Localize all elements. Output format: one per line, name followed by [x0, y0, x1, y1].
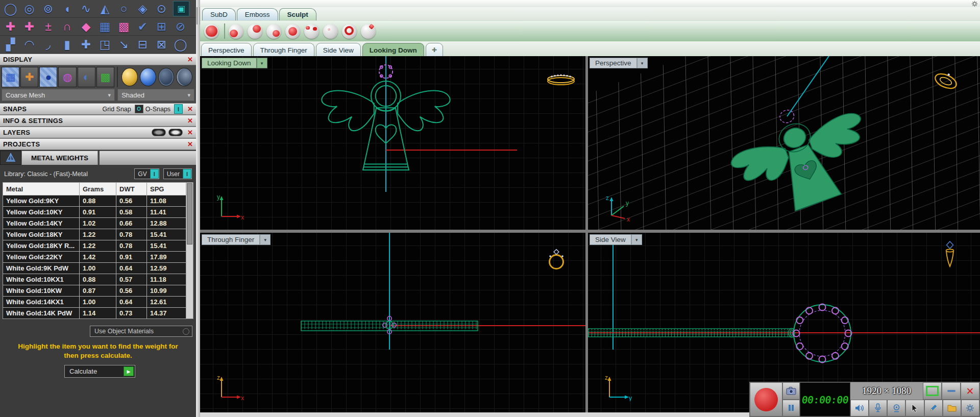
- layers-close-icon[interactable]: ✕: [187, 129, 193, 136]
- material-pattern-icon[interactable]: ▩: [114, 18, 133, 35]
- smooth-brush-tool[interactable]: [266, 24, 281, 39]
- close-button[interactable]: ✕: [961, 382, 979, 400]
- settings-button[interactable]: [961, 400, 979, 417]
- folder-button[interactable]: [943, 400, 961, 417]
- apply-check-icon[interactable]: ✔: [133, 18, 152, 35]
- rotate-tool-icon[interactable]: ◳: [95, 36, 114, 53]
- add-object-icon[interactable]: ✚: [20, 18, 39, 35]
- tab-subd[interactable]: SubD: [202, 8, 236, 20]
- viewport-looking-down[interactable]: Looking Down ▾: [200, 56, 585, 230]
- metal-weights-tab[interactable]: METAL WEIGHTS: [21, 151, 98, 165]
- rendered-view-button[interactable]: ◐: [78, 67, 95, 87]
- tab-through-finger[interactable]: Through Finger: [253, 43, 314, 57]
- minimize-button[interactable]: [942, 382, 961, 400]
- arc-tool-icon[interactable]: ◠: [20, 36, 39, 53]
- band-ring-tool-icon[interactable]: ◖: [58, 1, 77, 17]
- use-object-materials-button[interactable]: Use Object Materials: [90, 326, 192, 337]
- sculpt-main-tool[interactable]: [204, 24, 219, 39]
- shaded-sphere-button[interactable]: ●: [39, 67, 57, 87]
- joint-display-button[interactable]: ✚: [20, 67, 38, 87]
- table-scrollbar[interactable]: [186, 182, 193, 319]
- table-row[interactable]: Yellow Gold:18KY R... 1.22 0.78 15.41: [3, 240, 186, 251]
- info-settings-close-icon[interactable]: ✕: [187, 117, 193, 124]
- viewport-label-perspective[interactable]: Perspective ▾: [590, 58, 648, 68]
- pause-button[interactable]: [782, 400, 800, 417]
- disable-icon[interactable]: ⊘: [171, 18, 190, 35]
- gold-material-button[interactable]: [121, 68, 138, 86]
- ring-view-gizmo[interactable]: [931, 69, 961, 93]
- flatten-brush-tool[interactable]: [361, 24, 376, 39]
- layer-visibility-icon[interactable]: [152, 129, 166, 136]
- transform-gumball-icon[interactable]: ◆: [77, 18, 95, 35]
- table-row[interactable]: Yellow Gold:14KY 1.02 0.66 12.88: [3, 217, 186, 229]
- ring-tool-icon[interactable]: ◯: [1, 1, 20, 17]
- viewport-through-finger[interactable]: Through Finger ▾: [200, 233, 585, 412]
- projects-close-icon[interactable]: ✕: [187, 141, 193, 148]
- tab-perspective[interactable]: Perspective: [201, 43, 252, 57]
- cursor-button[interactable]: [905, 400, 924, 417]
- move-tool-icon[interactable]: ✚: [77, 36, 95, 53]
- display-panel-header[interactable]: DISPLAY ✕: [0, 54, 196, 65]
- table-row[interactable]: White Gold:10KX1 0.88 0.57 11.18: [3, 274, 186, 285]
- viewport-label-looking-down[interactable]: Looking Down ▾: [202, 58, 267, 68]
- grid-view-button[interactable]: ▦: [2, 67, 19, 87]
- blue-material-button[interactable]: [140, 68, 156, 86]
- display-close-icon[interactable]: ✕: [187, 56, 193, 63]
- unlink-tool-icon[interactable]: ⊠: [152, 36, 171, 53]
- link-tool-icon[interactable]: ⊟: [133, 36, 152, 53]
- viewport-label-through-finger[interactable]: Through Finger ▾: [202, 234, 271, 245]
- add-viewport-tab[interactable]: ✚: [426, 43, 443, 57]
- layers-panel-header[interactable]: LAYERS ✕: [0, 127, 196, 138]
- speaker-button[interactable]: [850, 400, 869, 417]
- table-row[interactable]: White Gold:9K PdW 1.00 0.64 12.59: [3, 262, 186, 274]
- cone-gem-tool-icon[interactable]: ◭: [95, 1, 114, 17]
- projects-panel-header[interactable]: PROJECTS ✕: [0, 138, 196, 150]
- select-circle-tool-icon[interactable]: ○: [114, 1, 133, 17]
- layer-visibility-all-icon[interactable]: [168, 129, 183, 136]
- snaps-close-icon[interactable]: ✕: [187, 106, 193, 112]
- viewport-label-side-view[interactable]: Side View ▾: [590, 234, 642, 245]
- curve-degree-tool-icon[interactable]: ∿: [77, 1, 95, 17]
- ring-view-gizmo[interactable]: [545, 72, 577, 88]
- ghost-sphere-button[interactable]: ◍: [58, 67, 76, 87]
- table-row[interactable]: White Gold:14K PdW 1.14 0.73 14.37: [3, 307, 186, 318]
- gv-toggle[interactable]: I: [150, 169, 159, 179]
- pencil-button[interactable]: [924, 400, 943, 417]
- blob-brush-tool[interactable]: [323, 24, 338, 39]
- user-toggle[interactable]: I: [183, 169, 191, 179]
- table-row[interactable]: Yellow Gold:22KY 1.42 0.91 17.89: [3, 251, 186, 262]
- panel-toggle-icon[interactable]: ▣: [173, 1, 189, 16]
- padlock-tool-icon[interactable]: ⊙: [152, 1, 171, 17]
- link-frame-icon[interactable]: ▦: [95, 18, 114, 35]
- layout-grid-button[interactable]: ▩: [96, 67, 114, 87]
- pinch-brush-tool[interactable]: [304, 24, 319, 39]
- osnap-o-icon[interactable]: O: [135, 105, 143, 113]
- hammer-grid-icon[interactable]: ⊞: [152, 18, 171, 35]
- circle-select-tool-icon[interactable]: ◯: [171, 36, 190, 53]
- arc-handles-icon[interactable]: ∩: [58, 18, 77, 35]
- group-cubes-icon[interactable]: ▞: [1, 36, 20, 53]
- table-row[interactable]: Yellow Gold:18KY 1.22 0.78 15.41: [3, 229, 186, 240]
- torus-tool-icon[interactable]: ⊚: [39, 1, 58, 17]
- pull-brush-tool[interactable]: [229, 24, 243, 39]
- snaps-panel-header[interactable]: SNAPS Grid Snap O O-Snaps I ✕: [0, 103, 196, 115]
- info-settings-panel-header[interactable]: INFO & SETTINGS ✕: [0, 115, 196, 127]
- pendant-view-gizmo[interactable]: [942, 240, 958, 269]
- mesh-mode-dropdown[interactable]: Coarse Mesh ▾: [2, 89, 115, 101]
- tab-looking-down[interactable]: Looking Down: [362, 43, 424, 57]
- table-row[interactable]: Yellow Gold:9KY 0.88 0.56 11.08: [3, 195, 186, 206]
- profile-mirror-icon[interactable]: ▮: [58, 36, 77, 53]
- curve-blend-icon[interactable]: ◞: [39, 36, 58, 53]
- microphone-button[interactable]: [869, 400, 887, 417]
- gv-toggle-button[interactable]: GV I: [134, 168, 159, 179]
- add-point-icon[interactable]: ✚: [1, 18, 20, 35]
- record-button[interactable]: [750, 382, 782, 416]
- wireframe-sphere-button[interactable]: [158, 68, 175, 86]
- user-toggle-button[interactable]: User I: [163, 168, 192, 179]
- push-brush-tool[interactable]: [248, 24, 262, 39]
- screenshot-button[interactable]: [782, 382, 800, 400]
- osnaps-toggle[interactable]: I: [174, 104, 183, 114]
- table-row[interactable]: White Gold:14KX1 1.00 0.64 12.61: [3, 296, 186, 307]
- calculate-button[interactable]: Calculate ▶: [64, 365, 135, 378]
- scale-tool-icon[interactable]: ↘: [114, 36, 133, 53]
